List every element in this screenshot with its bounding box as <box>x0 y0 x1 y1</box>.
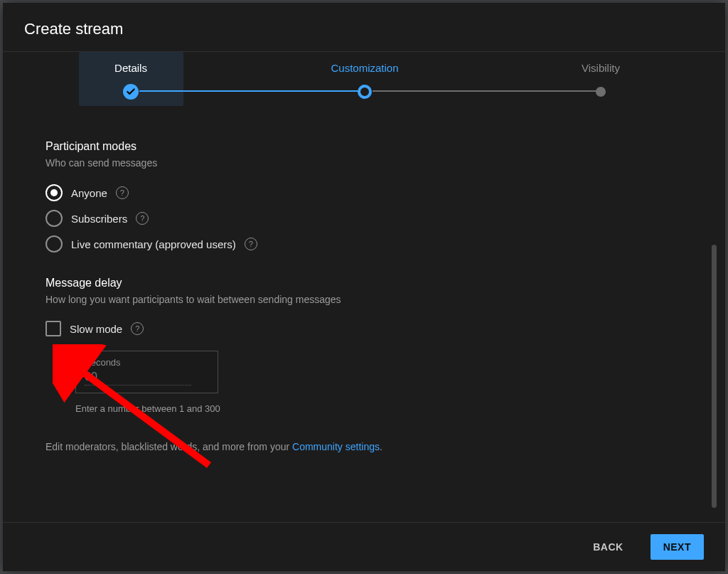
participant-modes-subtitle: Who can send messages <box>46 157 682 169</box>
radio-anyone[interactable]: Anyone ? <box>46 180 682 206</box>
help-icon[interactable]: ? <box>136 212 149 225</box>
radio-subscribers[interactable]: Subscribers ? <box>46 206 682 231</box>
seconds-helper: Enter a number between 1 and 300 <box>75 403 682 414</box>
step-dot-upcoming <box>596 87 606 97</box>
checkbox-slow-mode[interactable]: Slow mode ? <box>46 317 682 341</box>
create-stream-dialog: Create stream Details Customization <box>3 3 725 571</box>
page-title: Create stream <box>24 20 708 38</box>
help-icon[interactable]: ? <box>131 322 144 335</box>
participant-modes-title: Participant modes <box>46 140 682 153</box>
content-area: Participant modes Who can send messages … <box>3 123 725 522</box>
edit-prefix: Edit moderators, blacklisted words, and … <box>46 441 292 452</box>
seconds-input[interactable]: Seconds 60 <box>75 351 218 393</box>
step-visibility[interactable]: Visibility <box>547 62 654 101</box>
scrollbar[interactable] <box>712 245 717 508</box>
edit-suffix: . <box>380 441 382 452</box>
next-button[interactable]: NEXT <box>651 534 704 560</box>
radio-label: Anyone <box>71 187 107 199</box>
message-delay-subtitle: How long you want participants to wait b… <box>46 294 682 305</box>
radio-label: Subscribers <box>71 213 127 225</box>
community-settings-line: Edit moderators, blacklisted words, and … <box>46 441 682 452</box>
footer: BACK NEXT <box>3 522 725 571</box>
radio-icon <box>46 210 63 227</box>
dialog-header: Create stream <box>3 3 725 51</box>
radio-icon <box>46 235 63 253</box>
step-details[interactable]: Details <box>77 62 184 101</box>
community-settings-link[interactable]: Community settings <box>292 441 380 452</box>
step-label: Visibility <box>547 62 654 74</box>
stepper: Details Customization Visibility <box>3 52 725 123</box>
input-value: 60 <box>85 371 191 386</box>
back-button[interactable]: BACK <box>580 534 636 560</box>
checkbox-label: Slow mode <box>70 323 122 335</box>
radio-label: Live commentary (approved users) <box>71 238 236 250</box>
message-delay-title: Message delay <box>46 277 682 289</box>
step-label: Details <box>77 62 184 74</box>
help-icon[interactable]: ? <box>116 186 129 199</box>
radio-live-commentary[interactable]: Live commentary (approved users) ? <box>46 231 682 257</box>
step-customization[interactable]: Customization <box>311 62 418 101</box>
step-dot-active <box>358 85 372 99</box>
input-label: Seconds <box>85 357 209 368</box>
check-icon <box>123 84 139 100</box>
checkbox-icon <box>46 321 61 336</box>
step-label: Customization <box>311 62 418 74</box>
radio-icon <box>46 184 63 201</box>
help-icon[interactable]: ? <box>245 238 257 250</box>
